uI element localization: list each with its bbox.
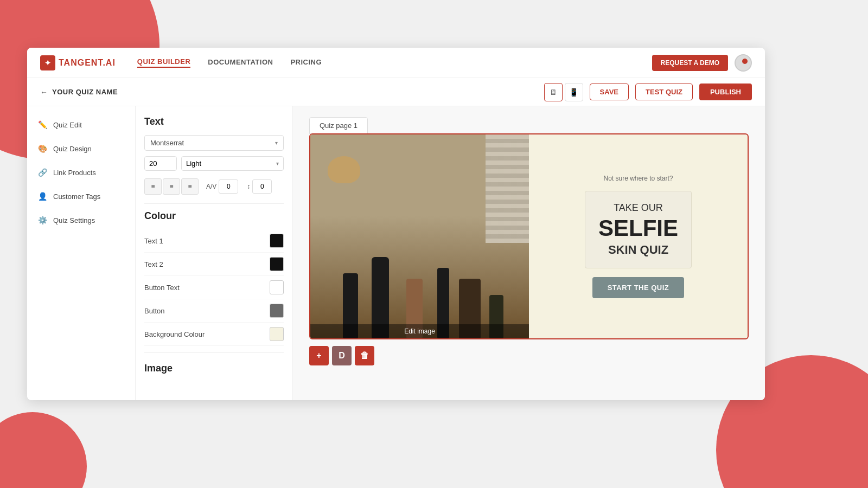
- sidebar-item-quiz-settings[interactable]: ⚙️ Quiz Settings: [27, 208, 135, 232]
- text-formatting-row: ≡ ≡ ≡ A/V ↕: [144, 178, 284, 195]
- faucet-decoration: [328, 156, 360, 183]
- settings-icon: ⚙️: [37, 215, 48, 226]
- font-size-weight-row: Light ▾: [144, 156, 284, 171]
- letter-spacing-input[interactable]: [219, 179, 238, 194]
- logo-icon: ✦: [40, 55, 55, 70]
- product-image-area: [310, 134, 529, 338]
- colour-section-title: Colour: [144, 210, 284, 222]
- design-icon: 🎨: [37, 143, 48, 154]
- app-window: ✦ TANGENT.AI QUIZ BUILDER DOCUMENTATION …: [27, 48, 765, 400]
- font-family-chevron: ▾: [275, 140, 278, 146]
- font-weight-value: Light: [186, 159, 201, 168]
- sidebar-item-quiz-edit[interactable]: ✏️ Quiz Edit: [27, 113, 135, 137]
- colour-label-button: Button: [144, 307, 165, 315]
- sidebar: ✏️ Quiz Edit 🎨 Quiz Design 🔗 Link Produc…: [27, 106, 136, 400]
- start-quiz-button[interactable]: START THE QUIZ: [592, 277, 685, 298]
- colour-swatch-text1[interactable]: [270, 234, 284, 248]
- font-family-value: Montserrat: [150, 139, 184, 147]
- quiz-text-side: Not sure where to start? TAKE OUR SELFIE…: [529, 134, 748, 338]
- align-right-button[interactable]: ≡: [181, 178, 199, 195]
- colour-swatch-button-text[interactable]: [270, 280, 284, 294]
- save-button[interactable]: SAVE: [590, 84, 629, 100]
- duplicate-page-button[interactable]: D: [332, 346, 352, 365]
- colour-row-button-text: Button Text: [144, 276, 284, 299]
- letter-spacing-label: A/V: [206, 183, 216, 190]
- logo-text: TANGENT.AI: [59, 58, 116, 68]
- sidebar-item-quiz-design[interactable]: 🎨 Quiz Design: [27, 137, 135, 160]
- back-button[interactable]: ←: [40, 88, 48, 97]
- font-weight-chevron: ▾: [276, 160, 279, 166]
- desktop-view-button[interactable]: 🖥: [544, 83, 563, 101]
- colour-label-button-text: Button Text: [144, 284, 180, 292]
- request-demo-button[interactable]: REQUEST A DEMO: [652, 55, 728, 71]
- mobile-view-button[interactable]: 📱: [565, 83, 583, 101]
- tag-icon: 👤: [37, 191, 48, 202]
- main-content: ✏️ Quiz Edit 🎨 Quiz Design 🔗 Link Produc…: [27, 106, 765, 400]
- nav-quiz-builder[interactable]: QUIZ BUILDER: [137, 57, 190, 68]
- quiz-name: YOUR QUIZ NAME: [52, 88, 118, 96]
- sidebar-item-customer-tags[interactable]: 👤 Customer Tags: [27, 184, 135, 208]
- avatar[interactable]: [735, 54, 752, 72]
- colour-row-background: Background Colour: [144, 323, 284, 346]
- link-icon: 🔗: [37, 167, 48, 178]
- panel-divider: [144, 203, 284, 204]
- add-page-button[interactable]: +: [309, 346, 329, 365]
- nav-right: REQUEST A DEMO: [652, 54, 752, 72]
- sidebar-label-quiz-design: Quiz Design: [53, 145, 92, 153]
- preview-area: Quiz page 1: [293, 106, 765, 400]
- quiz-image-side: Edit image: [310, 134, 529, 338]
- quiz-title-sub: SKIN QUIZ: [598, 243, 678, 257]
- sidebar-item-link-products[interactable]: 🔗 Link Products: [27, 160, 135, 184]
- nav-documentation[interactable]: DOCUMENTATION: [208, 58, 273, 67]
- page-tab-1[interactable]: Quiz page 1: [309, 117, 368, 134]
- sidebar-label-link-products: Link Products: [53, 169, 96, 177]
- font-weight-select[interactable]: Light ▾: [181, 156, 284, 171]
- image-section: Image: [144, 363, 284, 374]
- colour-swatch-background[interactable]: [270, 327, 284, 341]
- sub-header-right: 🖥 📱 SAVE TEST QUIZ PUBLISH: [544, 83, 752, 101]
- sidebar-label-customer-tags: Customer Tags: [53, 192, 100, 201]
- colour-section: Colour Text 1 Text 2 Button Text Button: [144, 210, 284, 346]
- edit-image-bar[interactable]: Edit image: [310, 324, 529, 338]
- quiz-title-box: TAKE OUR SELFIE SKIN QUIZ: [585, 191, 692, 268]
- top-nav: ✦ TANGENT.AI QUIZ BUILDER DOCUMENTATION …: [27, 48, 765, 78]
- quiz-page-toolbar: + D 🗑: [309, 346, 749, 365]
- logo: ✦ TANGENT.AI: [40, 55, 116, 70]
- sidebar-label-quiz-settings: Quiz Settings: [53, 216, 95, 224]
- colour-swatch-button[interactable]: [270, 304, 284, 318]
- line-spacing-icon: ↕: [247, 183, 250, 190]
- panel-divider-2: [144, 352, 284, 353]
- colour-row-text2: Text 2: [144, 253, 284, 276]
- colour-row-text1: Text 1: [144, 229, 284, 253]
- line-spacing-input[interactable]: [252, 179, 272, 194]
- test-quiz-button[interactable]: TEST QUIZ: [635, 84, 693, 100]
- quiz-subtitle: Not sure where to start?: [603, 175, 673, 182]
- colour-swatch-text2[interactable]: [270, 257, 284, 271]
- font-family-select[interactable]: Montserrat ▾: [144, 135, 284, 151]
- colour-label-background: Background Colour: [144, 330, 205, 338]
- text-section-title: Text: [144, 116, 284, 127]
- align-left-button[interactable]: ≡: [144, 178, 162, 195]
- bg-decoration-bottom-left: [0, 412, 87, 488]
- edit-icon: ✏️: [37, 119, 48, 130]
- colour-label-text1: Text 1: [144, 237, 163, 245]
- design-panel: Text Montserrat ▾ Light ▾ ≡ ≡ ≡ A/V: [136, 106, 293, 400]
- letter-spacing-item: A/V: [206, 179, 238, 194]
- font-size-input[interactable]: [144, 156, 177, 171]
- delete-page-button[interactable]: 🗑: [355, 346, 374, 365]
- back-icon: ←: [40, 88, 48, 97]
- align-center-button[interactable]: ≡: [163, 178, 180, 195]
- nav-pricing[interactable]: PRICING: [290, 58, 322, 67]
- quiz-title-top: TAKE OUR: [598, 202, 678, 214]
- publish-button[interactable]: PUBLISH: [699, 84, 752, 100]
- quiz-preview-card: Edit image Not sure where to start? TAKE…: [309, 133, 749, 339]
- spacing-group: A/V ↕: [206, 179, 272, 194]
- sub-header: ← YOUR QUIZ NAME 🖥 📱 SAVE TEST QUIZ PUBL…: [27, 78, 765, 106]
- line-spacing-item: ↕: [247, 179, 272, 194]
- colour-label-text2: Text 2: [144, 260, 163, 268]
- colour-row-button: Button: [144, 299, 284, 323]
- image-section-title: Image: [144, 363, 284, 374]
- nav-links: QUIZ BUILDER DOCUMENTATION PRICING: [137, 57, 652, 68]
- view-toggle: 🖥 📱: [544, 83, 583, 101]
- sidebar-label-quiz-edit: Quiz Edit: [53, 121, 82, 129]
